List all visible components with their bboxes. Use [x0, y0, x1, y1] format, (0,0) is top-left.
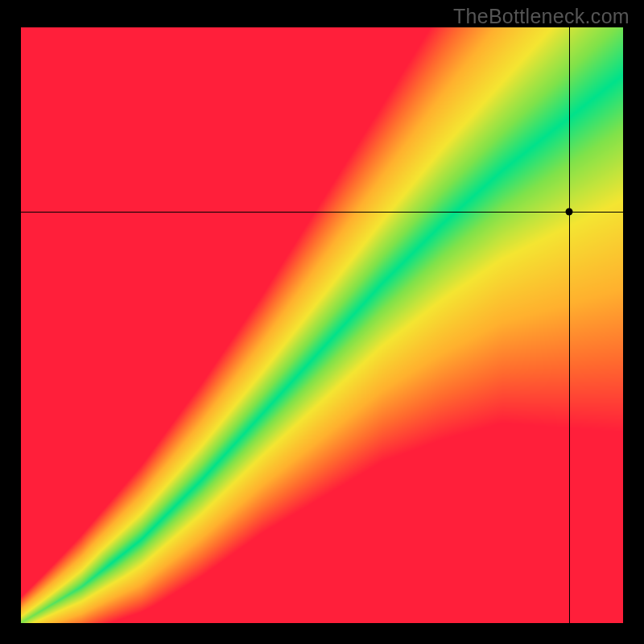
watermark-text: TheBottleneck.com — [453, 5, 630, 28]
crosshair-horizontal — [21, 212, 623, 213]
plot-area — [21, 27, 623, 623]
chart-frame: TheBottleneck.com — [0, 0, 644, 644]
crosshair-vertical — [569, 27, 570, 623]
marker-dot — [565, 208, 572, 216]
heatmap-canvas — [21, 27, 623, 623]
